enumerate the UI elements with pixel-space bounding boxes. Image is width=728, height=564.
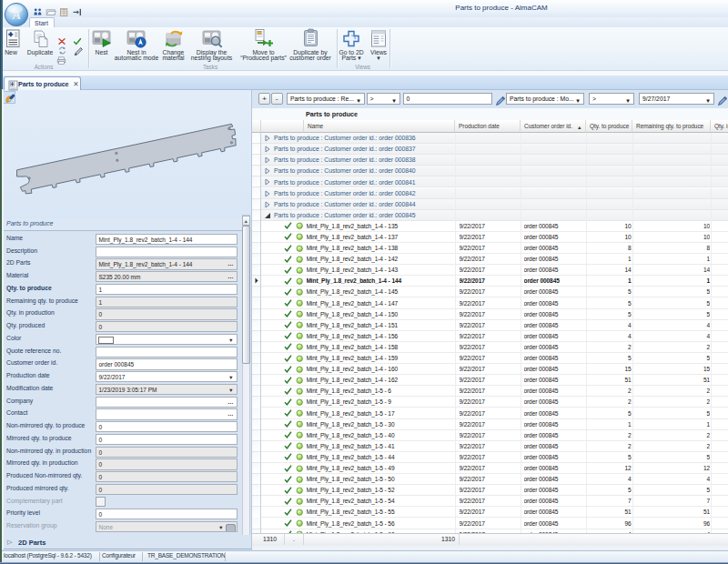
svg-text:A: A [12, 8, 21, 22]
